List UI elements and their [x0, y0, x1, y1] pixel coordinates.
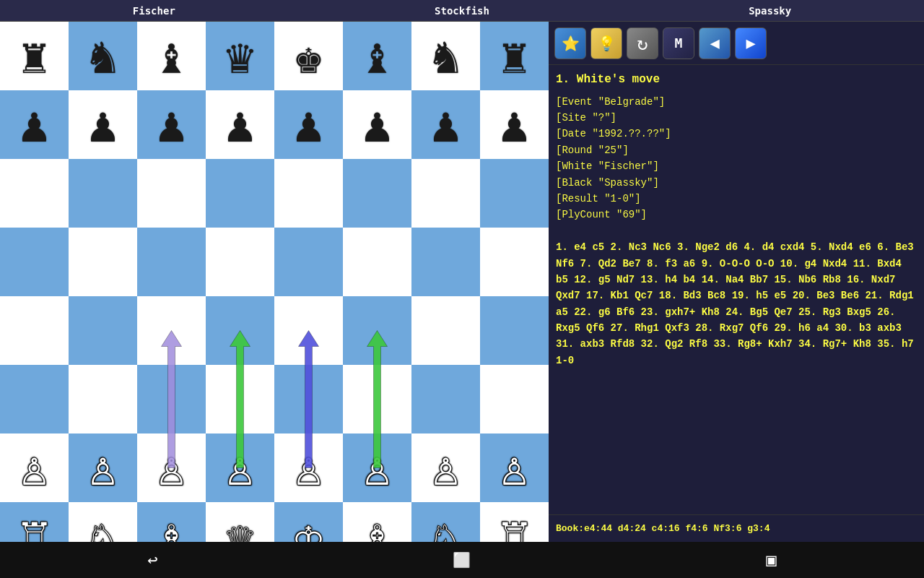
square-a6[interactable] [0, 159, 69, 228]
pgn-area[interactable]: 1. White's move [Event "Belgrade"][Site … [549, 65, 924, 514]
piece-wp: ♙ [500, 444, 529, 493]
square-b6[interactable] [69, 159, 137, 228]
square-b5[interactable] [69, 228, 137, 296]
player-black: Spassky [616, 5, 924, 17]
next-button[interactable]: ▶ [735, 27, 767, 59]
refresh-button[interactable]: ↻ [627, 27, 658, 59]
square-g1[interactable]: ♘ [411, 502, 480, 542]
home-button[interactable]: ⬜ [453, 551, 471, 569]
square-b7[interactable]: ♟ [69, 90, 137, 159]
piece-bp: ♟ [431, 100, 461, 150]
engine-name: Stockfish [308, 5, 616, 17]
piece-bp: ♟ [294, 100, 323, 150]
square-b1[interactable]: ♘ [69, 502, 137, 542]
piece-bb: ♝ [157, 32, 186, 81]
pgn-tag: [White "Fischer"] [556, 158, 917, 174]
piece-wb: ♗ [362, 512, 392, 543]
square-d1[interactable]: ♕ [206, 502, 274, 542]
piece-br: ♜ [19, 32, 49, 81]
square-a2[interactable]: ♙ [0, 434, 69, 502]
square-g7[interactable]: ♟ [411, 90, 480, 159]
piece-bq: ♛ [225, 32, 255, 81]
pgn-moves: 1. e4 c5 2. Nc3 Nc6 3. Nge2 d6 4. d4 cxd… [556, 239, 917, 368]
recent-button[interactable]: ▣ [766, 550, 776, 570]
square-e3[interactable] [274, 365, 343, 434]
square-g2[interactable]: ♙ [411, 434, 480, 502]
square-e8[interactable]: ♚ [274, 22, 343, 90]
square-a3[interactable] [0, 365, 69, 434]
piece-wp: ♙ [157, 444, 186, 493]
pgn-tag: [Event "Belgrade"] [556, 94, 917, 110]
square-f4[interactable] [343, 296, 411, 365]
square-h4[interactable] [480, 296, 549, 365]
square-h8[interactable]: ♜ [480, 22, 549, 90]
piece-wp: ♙ [362, 444, 392, 493]
piece-wr: ♖ [500, 512, 529, 543]
square-d2[interactable]: ♙ [206, 434, 274, 502]
square-f7[interactable]: ♟ [343, 90, 411, 159]
back-button[interactable]: ↩ [147, 550, 157, 570]
piece-wp: ♙ [88, 444, 118, 493]
square-d3[interactable] [206, 365, 274, 434]
prev-button[interactable]: ◀ [699, 27, 731, 59]
square-e1[interactable]: ♔ [274, 502, 343, 542]
square-h7[interactable]: ♟ [480, 90, 549, 159]
square-d6[interactable] [206, 159, 274, 228]
square-f6[interactable] [343, 159, 411, 228]
square-g5[interactable] [411, 228, 480, 296]
square-f5[interactable] [343, 228, 411, 296]
square-c7[interactable]: ♟ [137, 90, 206, 159]
square-c5[interactable] [137, 228, 206, 296]
piece-wp: ♙ [431, 444, 461, 493]
square-g6[interactable] [411, 159, 480, 228]
square-c1[interactable]: ♗ [137, 502, 206, 542]
pgn-tag: [Result "1-0"] [556, 191, 917, 207]
square-b4[interactable] [69, 296, 137, 365]
square-a4[interactable] [0, 296, 69, 365]
piece-bp: ♟ [225, 100, 255, 150]
square-d4[interactable] [206, 296, 274, 365]
piece-bp: ♟ [500, 100, 529, 150]
square-f3[interactable] [343, 365, 411, 434]
square-b2[interactable]: ♙ [69, 434, 137, 502]
piece-bp: ♟ [362, 100, 392, 150]
square-g3[interactable] [411, 365, 480, 434]
square-d5[interactable] [206, 228, 274, 296]
pgn-tag: [Black "Spassky"] [556, 175, 917, 191]
square-e4[interactable] [274, 296, 343, 365]
square-e5[interactable] [274, 228, 343, 296]
square-d8[interactable]: ♛ [206, 22, 274, 90]
square-h5[interactable] [480, 228, 549, 296]
square-c6[interactable] [137, 159, 206, 228]
piece-bn: ♞ [88, 32, 118, 81]
square-c3[interactable] [137, 365, 206, 434]
square-e7[interactable]: ♟ [274, 90, 343, 159]
square-h6[interactable] [480, 159, 549, 228]
bulb-button[interactable]: 💡 [590, 27, 622, 59]
square-b3[interactable] [69, 365, 137, 434]
square-b8[interactable]: ♞ [69, 22, 137, 90]
square-f2[interactable]: ♙ [343, 434, 411, 502]
square-a8[interactable]: ♜ [0, 22, 69, 90]
square-h1[interactable]: ♖ [480, 502, 549, 542]
chess-board[interactable]: ♜♞♝♛♚♝♞♜♟♟♟♟♟♟♟♟♙♙♙♙♙♙♙♙♖♘♗♕♔♗♘♖ [0, 22, 549, 542]
star-button[interactable]: ⭐ [554, 27, 586, 59]
square-c8[interactable]: ♝ [137, 22, 206, 90]
square-g8[interactable]: ♞ [411, 22, 480, 90]
square-f1[interactable]: ♗ [343, 502, 411, 542]
square-g4[interactable] [411, 296, 480, 365]
mode-button[interactable]: M [663, 27, 694, 59]
board-area: ♜♞♝♛♚♝♞♜♟♟♟♟♟♟♟♟♙♙♙♙♙♙♙♙♖♘♗♕♔♗♘♖ [0, 22, 549, 542]
square-h2[interactable]: ♙ [480, 434, 549, 502]
square-c2[interactable]: ♙ [137, 434, 206, 502]
square-c4[interactable] [137, 296, 206, 365]
square-e6[interactable] [274, 159, 343, 228]
square-h3[interactable] [480, 365, 549, 434]
square-a7[interactable]: ♟ [0, 90, 69, 159]
square-f8[interactable]: ♝ [343, 22, 411, 90]
piece-wp: ♙ [19, 444, 49, 493]
square-d7[interactable]: ♟ [206, 90, 274, 159]
square-a1[interactable]: ♖ [0, 502, 69, 542]
square-a5[interactable] [0, 228, 69, 296]
square-e2[interactable]: ♙ [274, 434, 343, 502]
